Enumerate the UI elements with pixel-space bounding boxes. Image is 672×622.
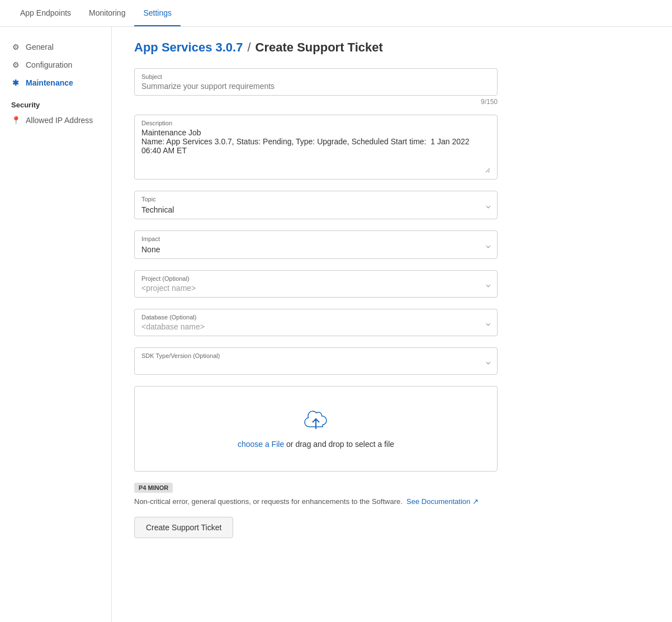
- topic-select[interactable]: Topic Technical ⌵: [134, 191, 498, 219]
- chevron-down-icon: ⌵: [486, 280, 490, 289]
- support-ticket-form: Subject 9/150 Description Topic Technica…: [134, 68, 498, 538]
- description-label: Description: [141, 120, 490, 126]
- subject-char-count: 9/150: [134, 98, 498, 106]
- tab-app-endpoints[interactable]: App Endpoints: [11, 1, 80, 26]
- file-upload-area[interactable]: choose a File or drag and drop to select…: [134, 386, 498, 472]
- chevron-down-icon: ⌵: [486, 201, 490, 210]
- database-select[interactable]: Database (Optional) <database name> ⌵: [134, 309, 498, 336]
- upload-suffix: or drag and drop to select a file: [284, 440, 394, 449]
- sidebar: ⚙ General ⚙ Configuration ✱ Maintenance …: [0, 27, 112, 622]
- breadcrumb-link[interactable]: App Services 3.0.7: [134, 40, 243, 55]
- see-documentation-link[interactable]: See Documentation ↗: [406, 497, 479, 506]
- subject-field-wrapper: Subject 9/150: [134, 68, 498, 106]
- layout: ⚙ General ⚙ Configuration ✱ Maintenance …: [0, 27, 672, 622]
- description-textarea[interactable]: [141, 128, 490, 173]
- tab-monitoring[interactable]: Monitoring: [80, 1, 134, 26]
- breadcrumb-separator: /: [247, 40, 250, 55]
- impact-label: Impact: [141, 235, 490, 242]
- info-description: Non-critical error, general questions, o…: [134, 497, 403, 506]
- info-text: Non-critical error, general questions, o…: [134, 497, 498, 506]
- page-title: Create Support Ticket: [255, 40, 383, 55]
- sdk-select[interactable]: SDK Type/Version (Optional) ⌵: [134, 347, 498, 375]
- create-ticket-button[interactable]: Create Support Ticket: [134, 517, 233, 538]
- project-select[interactable]: Project (Optional) <project name> ⌵: [134, 270, 498, 298]
- sidebar-item-configuration[interactable]: ⚙ Configuration: [0, 56, 111, 74]
- subject-input[interactable]: [141, 82, 490, 91]
- description-field: Description: [134, 115, 498, 180]
- pin-icon: 📍: [11, 116, 20, 125]
- main-content: App Services 3.0.7 / Create Support Tick…: [112, 27, 615, 622]
- wrench-icon: ✱: [11, 78, 20, 87]
- impact-value: None: [141, 245, 490, 254]
- breadcrumb: App Services 3.0.7 / Create Support Tick…: [134, 40, 593, 55]
- chevron-down-icon: ⌵: [486, 241, 490, 249]
- chevron-down-icon: ⌵: [486, 318, 490, 327]
- project-label: Project (Optional): [141, 275, 490, 282]
- sidebar-item-maintenance[interactable]: ✱ Maintenance: [0, 74, 111, 92]
- sdk-label: SDK Type/Version (Optional): [141, 352, 490, 359]
- sdk-placeholder: [141, 361, 490, 370]
- gear-icon: ⚙: [11, 60, 20, 69]
- gear-icon: ⚙: [11, 43, 20, 51]
- security-section-label: Security: [0, 92, 111, 111]
- impact-select[interactable]: Impact None ⌵: [134, 230, 498, 259]
- sidebar-item-general[interactable]: ⚙ General: [0, 38, 111, 56]
- upload-icon: [146, 409, 486, 433]
- database-placeholder: <database name>: [141, 322, 490, 331]
- tab-settings[interactable]: Settings: [134, 1, 181, 26]
- subject-label: Subject: [141, 73, 490, 80]
- upload-text: choose a File or drag and drop to select…: [146, 440, 486, 449]
- database-label: Database (Optional): [141, 314, 490, 321]
- top-nav: App Endpoints Monitoring Settings: [0, 0, 672, 27]
- topic-label: Topic: [141, 196, 490, 202]
- chevron-down-icon: ⌵: [486, 357, 490, 366]
- choose-file-link[interactable]: choose a File: [238, 440, 284, 449]
- sidebar-item-allowed-ip[interactable]: 📍 Allowed IP Address: [0, 111, 111, 129]
- topic-value: Technical: [141, 205, 490, 214]
- priority-badge: P4 MINOR: [134, 483, 173, 493]
- project-placeholder: <project name>: [141, 284, 490, 293]
